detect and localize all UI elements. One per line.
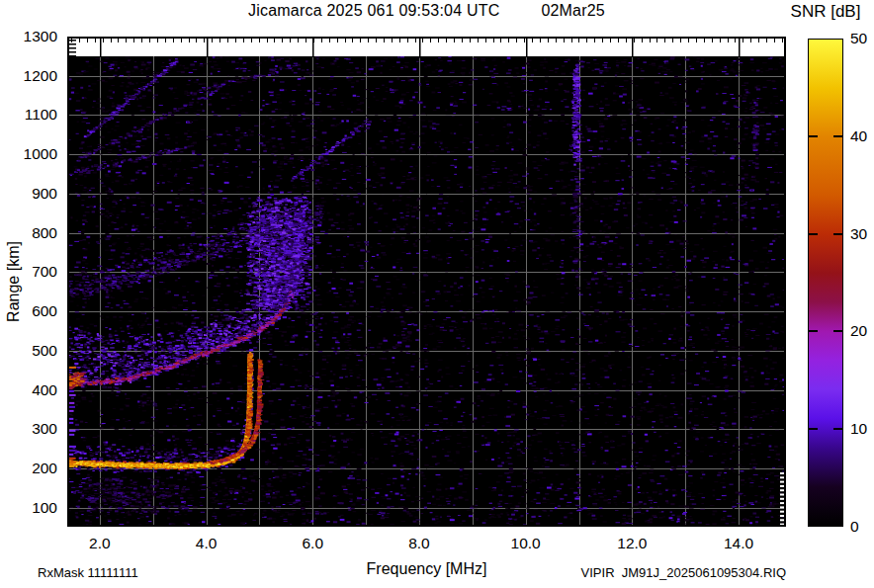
x-tick-label: 6.0 [285,535,340,552]
colorbar-tick-label: 30 [850,225,867,243]
colorbar-tick-label: 50 [850,30,867,47]
y-tick-label: 900 [12,185,57,203]
ionogram-page: Jicamarca 2025 061 09:53:04 UTC 02Mar25 … [0,0,874,588]
colorbar-tick-mark [809,330,818,332]
y-tick-label: 500 [12,342,57,360]
y-axis-label: Range [km] [5,241,23,322]
title-row: Jicamarca 2025 061 09:53:04 UTC 02Mar25 [67,2,786,20]
colorbar-tick-mark [833,135,842,137]
x-tick-label: 12.0 [604,535,659,552]
y-tick-label: 1000 [12,145,57,163]
y-tick-label: 300 [12,420,57,438]
filename-label: VIPIR JM91J_2025061095304.RIQ [494,565,786,580]
y-tick-label: 1300 [12,28,57,45]
y-tick-label: 200 [12,460,57,477]
colorbar-tick-mark [809,135,818,137]
x-tick-label: 2.0 [72,535,128,552]
rxmask-label: RxMask 11111111 [38,565,138,580]
x-tick-label: 14.0 [711,535,766,552]
snr-colorbar [808,39,843,527]
colorbar-tick-label: 10 [850,420,867,438]
x-tick-label: 10.0 [498,535,554,552]
colorbar-title: SNR [dB] [774,2,874,22]
colorbar-tick-label: 0 [850,518,859,536]
x-tick-label: 8.0 [392,535,447,552]
colorbar-tick-mark [833,330,842,332]
colorbar-tick-label: 20 [850,322,867,340]
page-title: Jicamarca 2025 061 09:53:04 UTC [248,2,499,20]
y-tick-label: 1100 [12,106,57,124]
colorbar-tick-mark [833,428,842,430]
y-tick-label: 1200 [12,67,57,85]
colorbar-tick-mark [809,428,818,430]
x-tick-label: 4.0 [179,535,234,552]
y-tick-label: 100 [12,499,57,517]
y-tick-label: 400 [12,381,57,399]
ionogram-plot-canvas [67,37,786,527]
colorbar-tick-mark [809,233,818,235]
date-label: 02Mar25 [541,2,605,20]
y-tick-label: 800 [12,224,57,242]
colorbar-tick-label: 40 [850,127,867,145]
colorbar-tick-mark [833,233,842,235]
